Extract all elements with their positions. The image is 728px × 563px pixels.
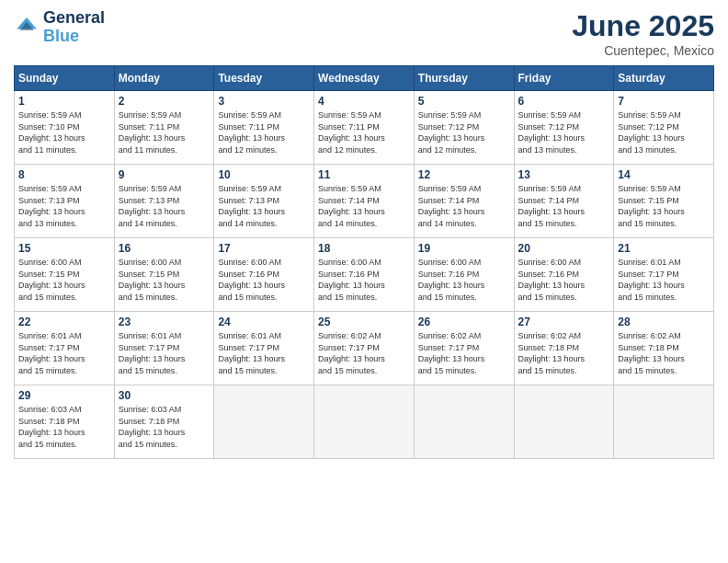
calendar-row-4: 22Sunrise: 6:01 AM Sunset: 7:17 PM Dayli… — [15, 312, 714, 385]
day-cell-22: 22Sunrise: 6:01 AM Sunset: 7:17 PM Dayli… — [15, 312, 115, 385]
day-number: 7 — [618, 95, 710, 108]
day-number: 5 — [418, 95, 510, 108]
empty-cell — [414, 385, 514, 459]
day-info: Sunrise: 6:01 AM Sunset: 7:17 PM Dayligh… — [119, 330, 210, 376]
day-cell-12: 12Sunrise: 5:59 AM Sunset: 7:14 PM Dayli… — [414, 165, 514, 238]
day-cell-19: 19Sunrise: 6:00 AM Sunset: 7:16 PM Dayli… — [414, 238, 514, 312]
day-number: 1 — [18, 95, 110, 108]
day-number: 29 — [18, 389, 110, 402]
day-number: 25 — [318, 316, 410, 328]
day-number: 23 — [119, 316, 210, 328]
weekday-header-row: SundayMondayTuesdayWednesdayThursdayFrid… — [15, 66, 714, 91]
day-info: Sunrise: 6:03 AM Sunset: 7:18 PM Dayligh… — [119, 404, 210, 450]
day-cell-27: 27Sunrise: 6:02 AM Sunset: 7:18 PM Dayli… — [514, 312, 614, 385]
day-cell-17: 17Sunrise: 6:00 AM Sunset: 7:16 PM Dayli… — [214, 238, 314, 312]
day-info: Sunrise: 6:00 AM Sunset: 7:16 PM Dayligh… — [418, 257, 510, 303]
day-cell-6: 6Sunrise: 5:59 AM Sunset: 7:12 PM Daylig… — [514, 91, 614, 165]
day-cell-13: 13Sunrise: 5:59 AM Sunset: 7:14 PM Dayli… — [514, 165, 614, 238]
day-cell-24: 24Sunrise: 6:01 AM Sunset: 7:17 PM Dayli… — [214, 312, 314, 385]
logo: General Blue — [14, 9, 105, 46]
header: General Blue June 2025 Cuentepec, Mexico — [14, 9, 714, 58]
day-info: Sunrise: 5:59 AM Sunset: 7:15 PM Dayligh… — [618, 183, 710, 229]
day-info: Sunrise: 6:00 AM Sunset: 7:15 PM Dayligh… — [119, 257, 210, 303]
day-number: 8 — [18, 168, 110, 181]
calendar-row-5: 29Sunrise: 6:03 AM Sunset: 7:18 PM Dayli… — [15, 385, 714, 459]
day-number: 24 — [218, 316, 310, 328]
day-number: 2 — [119, 95, 210, 108]
day-info: Sunrise: 6:03 AM Sunset: 7:18 PM Dayligh… — [18, 404, 110, 450]
day-cell-20: 20Sunrise: 6:00 AM Sunset: 7:16 PM Dayli… — [514, 238, 614, 312]
calendar-row-3: 15Sunrise: 6:00 AM Sunset: 7:15 PM Dayli… — [15, 238, 714, 312]
day-cell-10: 10Sunrise: 5:59 AM Sunset: 7:13 PM Dayli… — [214, 165, 314, 238]
day-info: Sunrise: 5:59 AM Sunset: 7:12 PM Dayligh… — [518, 109, 610, 155]
day-number: 21 — [618, 242, 710, 255]
day-cell-16: 16Sunrise: 6:00 AM Sunset: 7:15 PM Dayli… — [114, 238, 214, 312]
day-info: Sunrise: 5:59 AM Sunset: 7:11 PM Dayligh… — [119, 109, 210, 155]
empty-cell — [314, 385, 415, 459]
day-cell-30: 30Sunrise: 6:03 AM Sunset: 7:18 PM Dayli… — [114, 385, 214, 459]
day-info: Sunrise: 6:01 AM Sunset: 7:17 PM Dayligh… — [218, 330, 310, 376]
day-info: Sunrise: 6:00 AM Sunset: 7:16 PM Dayligh… — [318, 257, 410, 303]
day-info: Sunrise: 6:01 AM Sunset: 7:17 PM Dayligh… — [618, 257, 710, 303]
day-number: 9 — [119, 168, 210, 181]
weekday-header-tuesday: Tuesday — [214, 66, 314, 91]
day-number: 3 — [218, 95, 310, 108]
day-info: Sunrise: 5:59 AM Sunset: 7:14 PM Dayligh… — [518, 183, 610, 229]
day-cell-3: 3Sunrise: 5:59 AM Sunset: 7:11 PM Daylig… — [214, 91, 314, 165]
day-number: 4 — [318, 95, 410, 108]
day-info: Sunrise: 5:59 AM Sunset: 7:13 PM Dayligh… — [18, 183, 110, 229]
day-info: Sunrise: 6:00 AM Sunset: 7:15 PM Dayligh… — [18, 257, 110, 303]
calendar-table: SundayMondayTuesdayWednesdayThursdayFrid… — [14, 65, 714, 459]
empty-cell — [614, 385, 714, 459]
day-cell-9: 9Sunrise: 5:59 AM Sunset: 7:13 PM Daylig… — [114, 165, 214, 238]
weekday-header-monday: Monday — [114, 66, 214, 91]
day-number: 26 — [418, 316, 510, 328]
day-number: 30 — [119, 389, 210, 402]
day-number: 14 — [618, 168, 710, 181]
day-cell-25: 25Sunrise: 6:02 AM Sunset: 7:17 PM Dayli… — [314, 312, 415, 385]
day-number: 22 — [18, 316, 110, 328]
day-info: Sunrise: 6:02 AM Sunset: 7:17 PM Dayligh… — [318, 330, 410, 376]
day-info: Sunrise: 5:59 AM Sunset: 7:13 PM Dayligh… — [218, 183, 310, 229]
logo-icon — [14, 15, 40, 40]
day-number: 6 — [518, 95, 610, 108]
day-info: Sunrise: 5:59 AM Sunset: 7:12 PM Dayligh… — [618, 109, 710, 155]
day-cell-7: 7Sunrise: 5:59 AM Sunset: 7:12 PM Daylig… — [614, 91, 714, 165]
day-number: 18 — [318, 242, 410, 255]
day-cell-11: 11Sunrise: 5:59 AM Sunset: 7:14 PM Dayli… — [314, 165, 415, 238]
day-number: 19 — [418, 242, 510, 255]
day-info: Sunrise: 5:59 AM Sunset: 7:14 PM Dayligh… — [318, 183, 410, 229]
day-info: Sunrise: 5:59 AM Sunset: 7:13 PM Dayligh… — [119, 183, 210, 229]
day-cell-23: 23Sunrise: 6:01 AM Sunset: 7:17 PM Dayli… — [114, 312, 214, 385]
day-info: Sunrise: 5:59 AM Sunset: 7:11 PM Dayligh… — [318, 109, 410, 155]
day-info: Sunrise: 6:02 AM Sunset: 7:18 PM Dayligh… — [518, 330, 610, 376]
day-number: 13 — [518, 168, 610, 181]
day-info: Sunrise: 5:59 AM Sunset: 7:11 PM Dayligh… — [218, 109, 310, 155]
day-number: 15 — [18, 242, 110, 255]
location-title: Cuentepec, Mexico — [572, 43, 714, 58]
day-info: Sunrise: 5:59 AM Sunset: 7:14 PM Dayligh… — [418, 183, 510, 229]
day-number: 11 — [318, 168, 410, 181]
weekday-header-saturday: Saturday — [614, 66, 714, 91]
day-cell-5: 5Sunrise: 5:59 AM Sunset: 7:12 PM Daylig… — [414, 91, 514, 165]
day-info: Sunrise: 6:02 AM Sunset: 7:18 PM Dayligh… — [618, 330, 710, 376]
day-info: Sunrise: 6:02 AM Sunset: 7:17 PM Dayligh… — [418, 330, 510, 376]
day-cell-18: 18Sunrise: 6:00 AM Sunset: 7:16 PM Dayli… — [314, 238, 415, 312]
day-number: 10 — [218, 168, 310, 181]
day-number: 20 — [518, 242, 610, 255]
day-info: Sunrise: 6:00 AM Sunset: 7:16 PM Dayligh… — [518, 257, 610, 303]
day-cell-1: 1Sunrise: 5:59 AM Sunset: 7:10 PM Daylig… — [15, 91, 115, 165]
weekday-header-thursday: Thursday — [414, 66, 514, 91]
calendar-row-2: 8Sunrise: 5:59 AM Sunset: 7:13 PM Daylig… — [15, 165, 714, 238]
weekday-header-friday: Friday — [514, 66, 614, 91]
calendar-row-1: 1Sunrise: 5:59 AM Sunset: 7:10 PM Daylig… — [15, 91, 714, 165]
empty-cell — [214, 385, 314, 459]
weekday-header-sunday: Sunday — [15, 66, 115, 91]
day-cell-8: 8Sunrise: 5:59 AM Sunset: 7:13 PM Daylig… — [15, 165, 115, 238]
empty-cell — [514, 385, 614, 459]
day-cell-28: 28Sunrise: 6:02 AM Sunset: 7:18 PM Dayli… — [614, 312, 714, 385]
title-area: June 2025 Cuentepec, Mexico — [572, 9, 714, 58]
day-number: 27 — [518, 316, 610, 328]
day-info: Sunrise: 6:00 AM Sunset: 7:16 PM Dayligh… — [218, 257, 310, 303]
weekday-header-wednesday: Wednesday — [314, 66, 415, 91]
